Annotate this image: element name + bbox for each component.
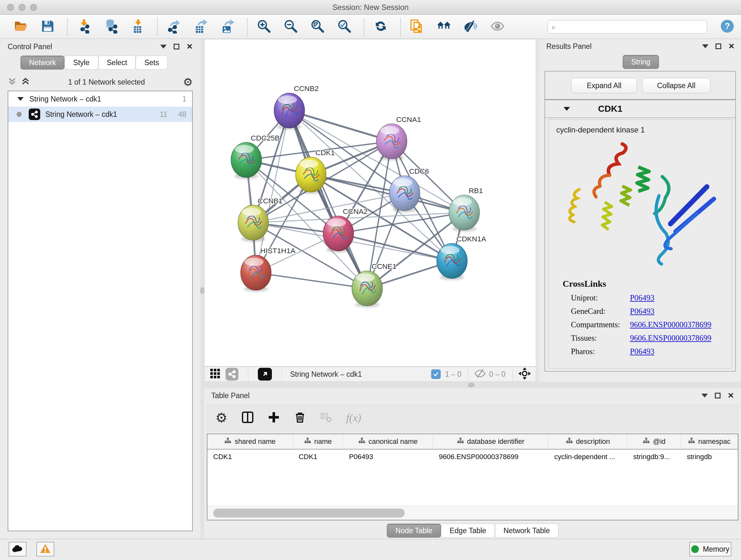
network-edge[interactable] [289,111,392,141]
horizontal-splitter[interactable] [204,382,741,388]
selected-items-checkbox[interactable] [431,369,441,379]
import-network-database-button[interactable] [104,18,118,36]
string-import-button[interactable] [410,18,424,36]
help-button[interactable]: ? [720,18,735,36]
tab-edge-table[interactable]: Edge Table [441,523,495,538]
crosslink-link[interactable]: 9606.ENSP00000378699 [630,334,711,343]
expand-all-button[interactable]: Expand All [571,78,637,93]
table-cell[interactable]: CDK1 [293,449,343,464]
search-input[interactable] [548,20,707,34]
collapse-all-networks-icon[interactable] [8,77,17,87]
network-canvas[interactable]: CCNB2CCNA1CDC25BCDK1CDC6RB1CCNB1CCNA2CDK… [204,39,536,367]
memory-button[interactable]: Memory [689,542,731,557]
crosslink-link[interactable]: P06493 [630,347,654,356]
zoom-in-button[interactable] [257,18,271,36]
node-label: CCNB2 [294,84,319,92]
tab-style[interactable]: Style [64,56,98,70]
tab-select[interactable]: Select [98,56,136,70]
pan-crosshair-icon[interactable] [518,367,531,381]
window-titlebar: Session: New Session [0,0,741,15]
network-options-gear-icon[interactable]: ⚙ [183,77,193,87]
table-cell[interactable]: P06493 [343,449,433,464]
delete-column-icon[interactable] [294,411,306,425]
close-panel-icon[interactable]: ✕ [728,44,735,49]
tab-string[interactable]: String [623,55,659,69]
column-header-database-identifier[interactable]: database identifier [433,434,549,449]
save-session-button[interactable] [40,18,55,36]
network-edge[interactable] [256,273,367,288]
hidden-items-eye-icon[interactable] [474,369,486,380]
expand-all-networks-icon[interactable] [21,77,30,87]
show-columns-icon[interactable] [242,411,254,425]
crosslink-link[interactable]: P06493 [630,294,654,302]
maximize-window-button[interactable] [30,4,37,11]
column-header-name[interactable]: name [293,434,343,449]
maximize-panel-icon[interactable] [715,393,721,398]
float-panel-icon[interactable] [701,394,708,397]
network-edge[interactable] [289,111,367,288]
table-cell[interactable]: stringdb [681,449,738,464]
table-cell[interactable]: cyclin-dependent ... [549,449,628,464]
vertical-splitter[interactable] [200,39,204,539]
tab-network-table[interactable]: Network Table [495,523,558,538]
add-column-icon[interactable] [268,411,280,425]
close-window-button[interactable] [7,4,14,11]
zoom-out-button[interactable] [283,18,298,36]
network-node-rb1[interactable]: RB1 [449,186,483,232]
export-image-button[interactable] [220,18,235,36]
column-header--id[interactable]: @id [627,434,681,449]
table-options-gear-icon[interactable]: ⚙ [215,413,227,423]
collection-caret-icon[interactable] [17,97,23,101]
tab-node-table[interactable]: Node Table [387,523,441,538]
table-cell[interactable]: 9606.ENSP00000378699 [433,449,549,464]
column-header-description[interactable]: description [549,434,628,449]
scrollbar-thumb[interactable] [213,509,405,517]
entry-caret-icon[interactable] [563,107,570,111]
maximize-panel-icon[interactable] [716,44,721,49]
export-table-button[interactable] [193,18,208,36]
network-node-ccna1[interactable]: CCNA1 [377,115,421,161]
hide-glass-button[interactable] [463,18,478,36]
cloud-button[interactable] [9,542,26,557]
column-header-canonical-name[interactable]: canonical name [343,434,433,449]
network-node-hist1h1a[interactable]: HIST1H1A [241,246,295,292]
maximize-panel-icon[interactable] [174,44,179,50]
column-header-namespac[interactable]: namespac [681,434,738,449]
import-network-file-button[interactable] [77,18,91,36]
crosslink-link[interactable]: 9606.ENSP00000378699 [630,320,711,329]
show-glass-button[interactable] [490,18,505,36]
network-row[interactable]: String Network – cdk1 11 48 [8,107,192,122]
table-horizontal-scrollbar[interactable] [207,506,738,520]
float-panel-icon[interactable] [702,44,709,48]
close-panel-icon[interactable]: ✕ [186,44,193,50]
birds-eye-view-icon[interactable] [258,368,272,381]
entry-header[interactable]: CDK1 [545,100,735,118]
network-node-cdc6[interactable]: CDC6 [389,167,429,212]
warnings-button[interactable] [37,542,54,557]
grid-view-icon[interactable] [210,368,220,380]
network-node-ccnb2[interactable]: CCNB2 [274,84,319,130]
tab-network[interactable]: Network [20,56,64,70]
import-table-button[interactable] [130,18,145,36]
column-header-shared-name[interactable]: shared name [207,434,293,449]
float-panel-icon[interactable] [160,45,166,49]
table-cell[interactable]: stringdb:9... [627,449,681,464]
network-collection-row[interactable]: String Network – cdk1 1 [8,91,192,107]
open-session-button[interactable] [13,18,28,36]
refresh-button[interactable] [374,18,388,36]
minimize-window-button[interactable] [18,4,25,11]
network-node-cdkn1a[interactable]: CDKN1A [436,235,486,280]
zoom-selected-button[interactable] [337,18,352,36]
zoom-fit-button[interactable] [310,18,325,36]
close-panel-icon[interactable]: ✕ [728,393,734,398]
network-view-share-icon[interactable] [226,368,239,381]
export-network-button[interactable] [166,18,181,36]
home-networks-button[interactable] [436,18,451,36]
collapse-all-button[interactable]: Collapse All [642,78,711,93]
network-node-cdk1[interactable]: CDK1 [295,148,335,194]
node-label: CDC6 [409,167,429,175]
table-cell[interactable]: CDK1 [207,449,293,464]
table-row[interactable]: CDK1CDK1P064939606.ENSP00000378699cyclin… [207,449,738,464]
tab-sets[interactable]: Sets [136,56,167,70]
crosslink-link[interactable]: P06493 [630,307,654,316]
